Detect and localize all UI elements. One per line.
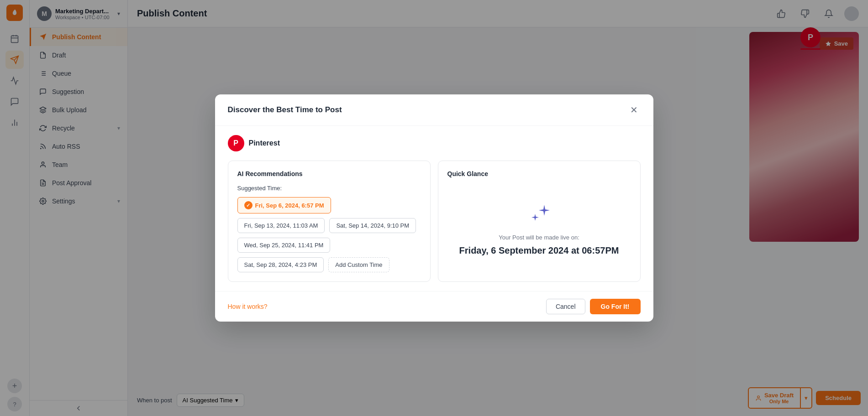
platform-name: Pinterest	[249, 139, 280, 147]
modal-title: Discover the Best Time to Post	[228, 105, 342, 114]
time-option-5[interactable]: Sat, Sep 28, 2024, 4:23 PM	[237, 257, 324, 272]
time-option-3[interactable]: Sat, Sep 14, 2024, 9:10 PM	[329, 218, 416, 233]
how-it-works-link[interactable]: How it works?	[228, 303, 268, 310]
time-option-2[interactable]: Fri, Sep 13, 2024, 11:03 AM	[237, 218, 325, 233]
check-icon: ✓	[244, 201, 253, 209]
time-option-1[interactable]: ✓ Fri, Sep 6, 2024, 6:57 PM	[237, 197, 331, 213]
footer-buttons: Cancel Go For It!	[546, 299, 641, 314]
platform-header: P Pinterest	[228, 135, 641, 151]
ai-recommendations-card: AI Recommendations Suggested Time: ✓ Fri…	[228, 161, 431, 282]
platform-pinterest-icon: P	[228, 135, 244, 151]
go-live-label: Your Post will be made live on:	[499, 234, 579, 241]
modal-footer: How it works? Cancel Go For It!	[215, 291, 653, 322]
add-custom-time-button[interactable]: Add Custom Time	[328, 257, 389, 272]
go-for-it-button[interactable]: Go For It!	[590, 299, 641, 314]
recommendations-grid: AI Recommendations Suggested Time: ✓ Fri…	[228, 161, 641, 282]
modal-header: Discover the Best Time to Post ✕	[215, 94, 653, 126]
sparkles-icon	[527, 201, 551, 227]
modal-body: P Pinterest AI Recommendations Suggested…	[215, 126, 653, 291]
ai-recommendations-title: AI Recommendations	[237, 170, 421, 177]
best-time-modal: Discover the Best Time to Post ✕ P Pinte…	[215, 94, 653, 322]
time-option-4[interactable]: Wed, Sep 25, 2024, 11:41 PM	[237, 238, 331, 253]
modal-overlay[interactable]: Discover the Best Time to Post ✕ P Pinte…	[0, 0, 868, 416]
quick-glance-title: Quick Glance	[447, 170, 488, 177]
modal-close-button[interactable]: ✕	[628, 104, 641, 116]
cancel-button[interactable]: Cancel	[546, 299, 585, 314]
time-options-list: ✓ Fri, Sep 6, 2024, 6:57 PM Fri, Sep 13,…	[237, 197, 421, 272]
go-live-date: Friday, 6 September 2024 at 06:57PM	[459, 244, 619, 256]
quick-glance-card: Quick Glance Your Post will be made live…	[438, 161, 641, 282]
suggested-time-label: Suggested Time:	[237, 185, 421, 192]
